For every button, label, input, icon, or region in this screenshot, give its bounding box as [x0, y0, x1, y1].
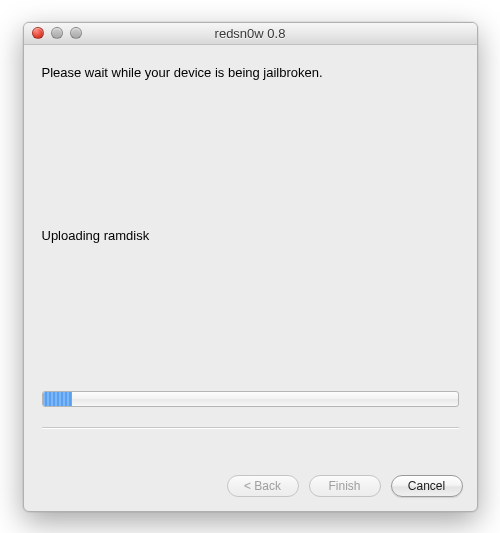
content-pane: Please wait while your device is being j…: [24, 45, 477, 463]
status-text: Uploading ramdisk: [42, 228, 459, 243]
separator: [42, 427, 459, 428]
app-window: redsn0w 0.8 Please wait while your devic…: [23, 22, 478, 512]
titlebar[interactable]: redsn0w 0.8: [24, 23, 477, 45]
instruction-text: Please wait while your device is being j…: [42, 65, 459, 80]
back-button: < Back: [227, 475, 299, 497]
progress-wrap: [42, 391, 459, 407]
minimize-icon[interactable]: [51, 27, 63, 39]
button-bar: < Back Finish Cancel: [24, 463, 477, 511]
close-icon[interactable]: [32, 27, 44, 39]
window-title: redsn0w 0.8: [24, 26, 477, 41]
cancel-button[interactable]: Cancel: [391, 475, 463, 497]
progress-fill: [43, 392, 72, 406]
finish-button: Finish: [309, 475, 381, 497]
zoom-icon[interactable]: [70, 27, 82, 39]
progress-bar: [42, 391, 459, 407]
window-controls: [24, 27, 82, 39]
